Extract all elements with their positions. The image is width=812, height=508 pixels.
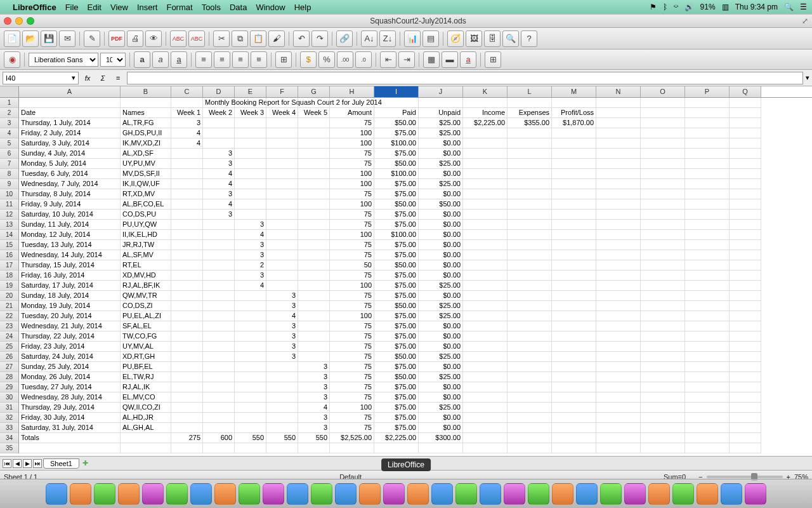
cell[interactable]: 100 [330, 230, 374, 240]
dock-app-icon[interactable] [407, 483, 429, 505]
cell[interactable] [463, 149, 508, 159]
cell[interactable] [641, 403, 685, 413]
cell[interactable] [730, 118, 761, 128]
align-center-icon[interactable]: ≡ [214, 51, 230, 68]
italic-icon[interactable]: a [152, 51, 169, 68]
cell[interactable]: 75 [330, 331, 374, 342]
col-head-E[interactable]: E [235, 86, 266, 97]
cell[interactable]: QW,II,CO,ZI [121, 403, 171, 413]
cell[interactable] [596, 423, 641, 433]
cell[interactable] [641, 128, 685, 138]
cell[interactable] [552, 331, 596, 342]
cell[interactable] [171, 159, 203, 169]
cell[interactable] [552, 372, 596, 382]
align-right-icon[interactable]: ≡ [232, 51, 249, 68]
cell[interactable] [235, 169, 266, 179]
cell[interactable] [552, 189, 596, 199]
cell[interactable]: 4 [171, 128, 203, 138]
cell[interactable] [171, 210, 203, 220]
cell[interactable] [685, 98, 730, 108]
cell[interactable] [641, 230, 685, 240]
row-head[interactable]: 33 [0, 423, 19, 433]
cell[interactable] [235, 423, 266, 433]
cell[interactable] [463, 169, 508, 179]
cell[interactable]: 75 [330, 352, 374, 362]
cell[interactable] [203, 128, 235, 138]
cell[interactable]: Sunday, 11 July, 2014 [19, 220, 121, 230]
cell[interactable]: 75 [330, 423, 374, 433]
cell[interactable] [203, 321, 235, 331]
row-head[interactable]: 31 [0, 403, 19, 413]
hyperlink-icon[interactable]: 🔗 [336, 30, 353, 47]
cell[interactable] [730, 321, 761, 331]
percent-icon[interactable]: % [318, 51, 335, 68]
cell[interactable]: 3 [203, 149, 235, 159]
dock-app-icon[interactable] [745, 483, 766, 505]
cell[interactable] [298, 220, 330, 230]
cell[interactable] [463, 220, 508, 230]
cell[interactable] [171, 230, 203, 240]
cell[interactable] [508, 138, 552, 149]
cell[interactable] [730, 230, 761, 240]
cell[interactable]: Week 1 [171, 108, 203, 118]
cell[interactable] [508, 331, 552, 342]
cell[interactable] [298, 342, 330, 352]
cell[interactable] [203, 311, 235, 321]
col-head-G[interactable]: G [298, 86, 330, 97]
cell[interactable] [298, 301, 330, 311]
cell[interactable] [552, 392, 596, 403]
cell[interactable] [463, 403, 508, 413]
cell[interactable] [266, 149, 298, 159]
cell[interactable]: Sunday, 18 July, 2014 [19, 291, 121, 301]
add-decimal-icon[interactable]: .00 [337, 51, 353, 68]
cell[interactable]: $1,870.00 [552, 118, 596, 128]
cell[interactable] [203, 372, 235, 382]
cell[interactable]: $75.00 [374, 331, 419, 342]
cell[interactable]: 75 [330, 342, 374, 352]
cell[interactable] [685, 392, 730, 403]
grid-icon[interactable]: ⊞ [485, 51, 501, 68]
cell[interactable]: 100 [330, 403, 374, 413]
cell[interactable]: 3 [266, 321, 298, 331]
cell[interactable]: $50.00 [374, 352, 419, 362]
cell[interactable]: $0.00 [419, 250, 463, 260]
cell[interactable] [685, 423, 730, 433]
cell[interactable] [419, 98, 463, 108]
cell[interactable] [298, 250, 330, 260]
cell[interactable] [203, 403, 235, 413]
cell[interactable] [730, 138, 761, 149]
cell[interactable] [596, 240, 641, 250]
cell[interactable] [596, 372, 641, 382]
cell[interactable]: 75 [330, 149, 374, 159]
cell[interactable]: 550 [266, 433, 298, 443]
cell[interactable] [552, 98, 596, 108]
cell[interactable]: Tuesday, 13 July, 2014 [19, 240, 121, 250]
cell[interactable]: $75.00 [374, 423, 419, 433]
cell[interactable]: $75.00 [374, 321, 419, 331]
merge-icon[interactable]: ⊞ [275, 51, 292, 68]
cell[interactable]: PU,BF,EL [121, 362, 171, 372]
redo-icon[interactable]: ↷ [311, 30, 328, 47]
cell[interactable] [508, 179, 552, 189]
cell[interactable]: 4 [235, 230, 266, 240]
open-icon[interactable]: 📂 [22, 30, 39, 47]
cell[interactable] [171, 301, 203, 311]
cell[interactable]: 3 [171, 118, 203, 128]
cell[interactable] [171, 271, 203, 281]
cell[interactable]: Profit/Loss [552, 108, 596, 118]
cell[interactable]: 100 [330, 199, 374, 210]
cell[interactable] [171, 413, 203, 423]
cell[interactable]: $0.00 [419, 149, 463, 159]
cell[interactable]: AL,TR,FG [121, 118, 171, 128]
row-head[interactable]: 8 [0, 169, 19, 179]
cell[interactable]: 4 [171, 138, 203, 149]
cell[interactable] [685, 199, 730, 210]
cell[interactable] [508, 423, 552, 433]
cell[interactable]: Wednesday, 14 July, 2014 [19, 250, 121, 260]
cell[interactable] [171, 362, 203, 372]
cell[interactable] [298, 199, 330, 210]
cell[interactable] [552, 403, 596, 413]
cell[interactable] [235, 128, 266, 138]
menu-insert[interactable]: Insert [137, 3, 158, 12]
cell[interactable] [641, 321, 685, 331]
